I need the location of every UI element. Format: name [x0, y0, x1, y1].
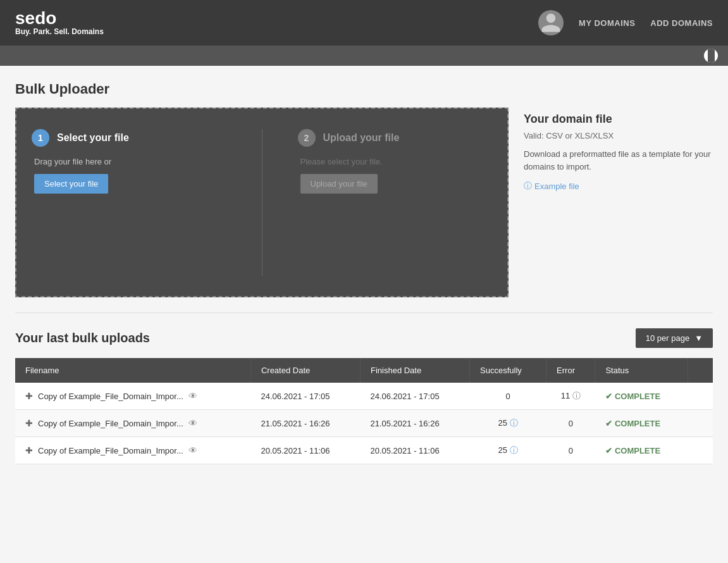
step-1: 1 Select your file Drag your file here o… — [32, 129, 226, 194]
info-circle-icon: ⓘ — [524, 180, 532, 192]
per-page-select: 10 per page ▼ — [636, 328, 713, 348]
created-date: 24.06.2021 - 17:05 — [250, 383, 360, 410]
contrast-toggle[interactable] — [704, 49, 718, 63]
success-count: 25 — [498, 445, 507, 455]
col-status: Status — [595, 358, 688, 383]
status-badge: ✔ COMPLETE — [605, 392, 677, 401]
col-created-date: Created Date — [250, 358, 360, 383]
header: sedo Buy. Park. Sell. Domains MY DOMAINS… — [0, 0, 728, 46]
step-1-header: 1 Select your file — [32, 129, 129, 147]
step-1-number: 1 — [32, 129, 49, 147]
step-divider — [262, 129, 262, 276]
example-file-link[interactable]: ⓘ Example file — [524, 180, 713, 192]
nav-my-domains[interactable]: MY DOMAINS — [579, 18, 635, 28]
step-2-body: Please select your file. Upload your fil… — [298, 157, 383, 194]
col-actions — [688, 358, 713, 383]
upload-area: 1 Select your file Drag your file here o… — [15, 108, 509, 297]
uploads-title: Your last bulk uploads — [15, 331, 150, 345]
error-count: 11 — [561, 391, 570, 400]
actions-cell — [688, 410, 713, 437]
error-cell: 0 — [546, 410, 595, 437]
domain-file-valid: Valid: CSV or XLS/XLSX — [524, 131, 713, 140]
step-1-body: Drag your file here or Select your file — [32, 157, 111, 194]
domain-file-description: Download a preformatted file as a templa… — [524, 148, 713, 173]
actions-cell — [688, 383, 713, 410]
col-error: Error — [546, 358, 595, 383]
logo-subtitle-domains: Domains — [71, 27, 104, 36]
separator — [15, 312, 713, 313]
domain-file-panel: Your domain file Valid: CSV or XLS/XLSX … — [524, 108, 713, 197]
example-link-text: Example file — [534, 182, 579, 191]
successfully-cell: 25 ⓘ — [470, 410, 546, 437]
eye-icon[interactable]: 👁 — [188, 418, 197, 428]
status-cell: ✔ COMPLETE — [595, 410, 688, 437]
finished-date: 24.06.2021 - 17:05 — [360, 383, 469, 410]
expand-icon[interactable]: ✚ — [25, 445, 33, 455]
check-icon: ✔ — [605, 446, 612, 455]
successfully-cell: 0 — [470, 383, 546, 410]
table-header: Filename Created Date Finished Date Succ… — [15, 358, 713, 383]
chevron-down-icon: ▼ — [694, 333, 703, 343]
step-1-description: Drag your file here or — [34, 157, 111, 166]
nav-add-domains[interactable]: ADD DOMAINS — [650, 18, 713, 28]
upload-file-button: Upload your file — [300, 174, 378, 194]
success-info-icon[interactable]: ⓘ — [510, 445, 518, 455]
error-cell: 11 ⓘ — [546, 383, 595, 410]
successfully-cell: 25 ⓘ — [470, 437, 546, 464]
finished-date: 21.05.2021 - 16:26 — [360, 410, 469, 437]
created-date: 21.05.2021 - 16:26 — [250, 410, 360, 437]
col-successfully: Succesfully — [470, 358, 546, 383]
filename-cell: ✚ Copy of Example_File_Domain_Impor... 👁 — [15, 410, 250, 437]
success-count: 25 — [498, 418, 507, 428]
user-icon — [540, 11, 562, 34]
filename-text: Copy of Example_File_Domain_Impor... — [38, 446, 183, 455]
check-icon: ✔ — [605, 392, 612, 401]
domain-file-title: Your domain file — [524, 113, 713, 126]
table-body: ✚ Copy of Example_File_Domain_Impor... 👁… — [15, 383, 713, 464]
page-title: Bulk Uploader — [15, 81, 713, 97]
per-page-button[interactable]: 10 per page ▼ — [636, 328, 713, 348]
created-date: 20.05.2021 - 11:06 — [250, 437, 360, 464]
step-2-number: 2 — [298, 129, 316, 147]
toolbar-bar — [0, 46, 728, 66]
status-cell: ✔ COMPLETE — [595, 437, 688, 464]
col-filename: Filename — [15, 358, 250, 383]
finished-date: 20.05.2021 - 11:06 — [360, 437, 469, 464]
col-finished-date: Finished Date — [360, 358, 469, 383]
error-info-icon[interactable]: ⓘ — [572, 391, 581, 400]
filename-cell: ✚ Copy of Example_File_Domain_Impor... 👁 — [15, 437, 250, 464]
step-2-header: 2 Upload your file — [298, 129, 400, 147]
filename-text: Copy of Example_File_Domain_Impor... — [38, 392, 183, 401]
eye-icon[interactable]: 👁 — [188, 445, 197, 455]
logo: sedo Buy. Park. Sell. Domains — [15, 9, 104, 36]
logo-title: sedo — [15, 9, 104, 27]
status-badge: ✔ COMPLETE — [605, 419, 677, 428]
uploader-wrapper: 1 Select your file Drag your file here o… — [15, 108, 713, 297]
uploads-header: Your last bulk uploads 10 per page ▼ — [15, 328, 713, 348]
expand-icon[interactable]: ✚ — [25, 418, 33, 428]
filename-cell: ✚ Copy of Example_File_Domain_Impor... 👁 — [15, 383, 250, 410]
table-row: ✚ Copy of Example_File_Domain_Impor... 👁… — [15, 383, 713, 410]
actions-cell — [688, 437, 713, 464]
success-info-icon[interactable]: ⓘ — [510, 418, 518, 428]
step-2-description: Please select your file. — [300, 157, 383, 166]
eye-icon[interactable]: 👁 — [188, 391, 197, 401]
table-row: ✚ Copy of Example_File_Domain_Impor... 👁… — [15, 410, 713, 437]
status-cell: ✔ COMPLETE — [595, 383, 688, 410]
expand-icon[interactable]: ✚ — [25, 391, 33, 401]
logo-subtitle-pre: Buy. Park. Sell. — [15, 27, 70, 36]
avatar[interactable] — [538, 10, 564, 35]
table-row: ✚ Copy of Example_File_Domain_Impor... 👁… — [15, 437, 713, 464]
step-2-label: Upload your file — [323, 132, 400, 144]
per-page-label: 10 per page — [646, 333, 689, 343]
header-right: MY DOMAINS ADD DOMAINS — [538, 10, 713, 35]
logo-subtitle: Buy. Park. Sell. Domains — [15, 27, 104, 36]
error-cell: 0 — [546, 437, 595, 464]
filename-text: Copy of Example_File_Domain_Impor... — [38, 419, 183, 428]
step-1-label: Select your file — [57, 132, 129, 144]
uploads-table: Filename Created Date Finished Date Succ… — [15, 358, 713, 464]
main-content: Bulk Uploader 1 Select your file Drag yo… — [0, 66, 728, 479]
step-2: 2 Upload your file Please select your fi… — [298, 129, 493, 194]
check-icon: ✔ — [605, 419, 612, 428]
select-file-button[interactable]: Select your file — [34, 174, 108, 194]
